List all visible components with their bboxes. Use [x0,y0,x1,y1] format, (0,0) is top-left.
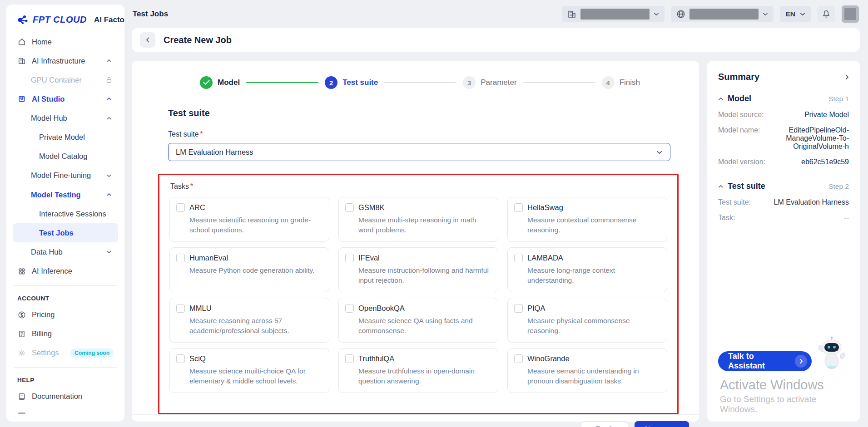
task-card-sciq[interactable]: SciQ Measure science muilti-choice QA fo… [169,348,329,393]
sidebar-item-billing[interactable]: Billing [13,324,118,344]
chevron-down-icon [763,12,768,16]
section-account: ACCOUNT [13,290,118,305]
globe-icon [676,10,685,19]
language-selector[interactable]: EN [780,6,811,22]
chevron-down-icon [656,150,663,154]
task-card-piqa[interactable]: PIQA Measure physical commonsense reason… [507,298,667,343]
step-test-suite[interactable]: 2 Test suite [325,76,378,89]
summary-row-label: Model source: [718,111,764,119]
sidebar-item-gpu-container[interactable]: GPU Container [13,70,118,89]
task-card-gsm8k[interactable]: GSM8K Measure multi-step reasoning in ma… [338,197,498,242]
task-checkbox[interactable] [176,254,185,262]
main-column: Test Jobs EN [132,5,860,422]
task-card-hellaswag[interactable]: HellaSwag Measure contextual commonsense… [507,197,667,242]
back-button[interactable]: Back [581,421,628,427]
step-model[interactable]: Model [200,76,240,89]
sidebar-item-home[interactable]: Home [13,32,118,51]
task-card-humaneval[interactable]: HumanEval Measure Python code generation… [169,247,329,292]
wizard-footer: Back Next step [132,414,699,427]
divider [14,285,117,286]
sidebar-item-label: Documentation [32,392,82,401]
grid-icon [17,267,26,275]
task-description: Measure instruction-following and harmfu… [358,265,491,286]
notifications-button[interactable] [817,6,835,22]
sidebar-item-pricing[interactable]: Pricing [13,305,118,324]
step-parameter[interactable]: 3 Parameter [463,76,516,89]
sidebar-item-model-catalog[interactable]: Model Catalog [13,147,118,166]
sidebar-item-interactive-sessions[interactable]: Interactive Sessions [13,204,118,223]
step-finish[interactable]: 4 Finish [602,76,640,89]
sidebar-item-documentation[interactable]: Documentation [13,387,118,406]
task-name: LAMBADA [527,254,563,262]
task-checkbox[interactable] [176,354,185,363]
user-avatar[interactable] [842,5,859,23]
sidebar-item-settings[interactable]: Settings Coming soon [13,344,118,363]
task-checkbox[interactable] [514,203,523,212]
task-checkbox[interactable] [345,304,354,313]
test-suite-selected-value: LM Evaluation Harness [176,148,253,157]
step-connector [384,82,456,83]
sidebar-item-model-testing[interactable]: Model Testing [13,185,118,204]
sidebar-item-ai-infrastructure[interactable]: AI Infrastructure [13,51,118,70]
required-mark: * [190,182,193,190]
sidebar-item-label: Model Fine-tuning [31,171,91,180]
task-checkbox[interactable] [514,354,523,363]
chevron-right-icon[interactable] [845,74,849,80]
tenant-selector[interactable] [562,6,665,22]
fpt-logo-icon [17,15,29,25]
task-card-arc[interactable]: ARC Measure scientific reasoning on grad… [169,197,329,242]
sidebar-item-ai-inference[interactable]: AI Inference [13,262,118,281]
office-building-icon [567,10,576,19]
sidebar-item-label: Test Jobs [39,229,74,237]
task-checkbox[interactable] [345,203,354,212]
sidebar-item-data-hub[interactable]: Data Hub [13,242,118,261]
summary-row: Test suite: LM Evaluation Harness [718,198,849,206]
sidebar-item-ai-studio[interactable]: AI Studio [13,89,118,108]
chevron-down-icon [104,250,114,254]
sidebar-item-model-fine-tuning[interactable]: Model Fine-tuning [13,166,118,185]
region-selector[interactable] [671,6,774,22]
task-checkbox[interactable] [514,304,523,313]
page-breadcrumb-title: Test Jobs [133,10,168,19]
sidebar-item-label: Data Hub [31,248,63,256]
sidebar-item-model-hub[interactable]: Model Hub [13,109,118,128]
sidebar-item-label: Private Model [39,133,85,142]
task-card-openbookqa[interactable]: OpenBookQA Measure science QA using fact… [338,298,498,343]
step-label: Model [218,78,240,87]
test-suite-select[interactable]: LM Evaluation Harness [168,143,670,161]
coming-soon-badge: Coming soon [70,348,114,358]
task-checkbox[interactable] [176,203,185,212]
task-grid: ARC Measure scientific reasoning on grad… [169,197,667,393]
task-name: IFEval [358,254,380,262]
task-card-lambada[interactable]: LAMBADA Measure long-range context under… [507,247,667,292]
task-name: HellaSwag [527,203,563,212]
back-nav-button[interactable] [140,32,155,48]
next-step-button[interactable]: Next step [635,421,689,427]
task-checkbox[interactable] [514,254,523,262]
required-mark: * [200,130,203,138]
assistant-robot-mascot [815,335,847,371]
task-card-ifeval[interactable]: IFEval Measure instruction-following and… [338,247,498,292]
task-checkbox[interactable] [345,354,354,363]
task-checkbox[interactable] [345,254,354,262]
chevron-left-icon [146,37,150,43]
task-name: GSM8K [358,203,385,212]
task-name: ARC [189,203,205,212]
step-done-check-icon [200,76,213,89]
task-checkbox[interactable] [176,304,185,313]
invoice-icon [17,330,26,338]
create-job-header: Create New Job [132,28,860,52]
task-card-winogrande[interactable]: WinoGrande Measure semantic understandin… [507,348,667,393]
caret-up-icon[interactable] [718,97,724,101]
task-card-truthfulqa[interactable]: TruthfulQA Measure truthfulness in open-… [338,348,498,393]
sidebar-item-test-jobs[interactable]: Test Jobs [13,223,118,242]
task-description: Measure long-range context understanding… [527,265,660,286]
caret-up-icon[interactable] [718,185,724,188]
sidebar-item-private-model[interactable]: Private Model [13,128,118,147]
talk-to-assistant-button[interactable]: Talk to Assistant [718,351,812,371]
step-label: Test suite [342,78,378,87]
task-card-mmlu[interactable]: MMLU Measure reasoning across 57 academi… [169,298,329,343]
summary-row-value: LM Evaluation Harness [774,198,849,206]
task-description: Measure scientific reasoning on grade-sc… [189,215,322,236]
chevron-up-icon [104,97,114,101]
